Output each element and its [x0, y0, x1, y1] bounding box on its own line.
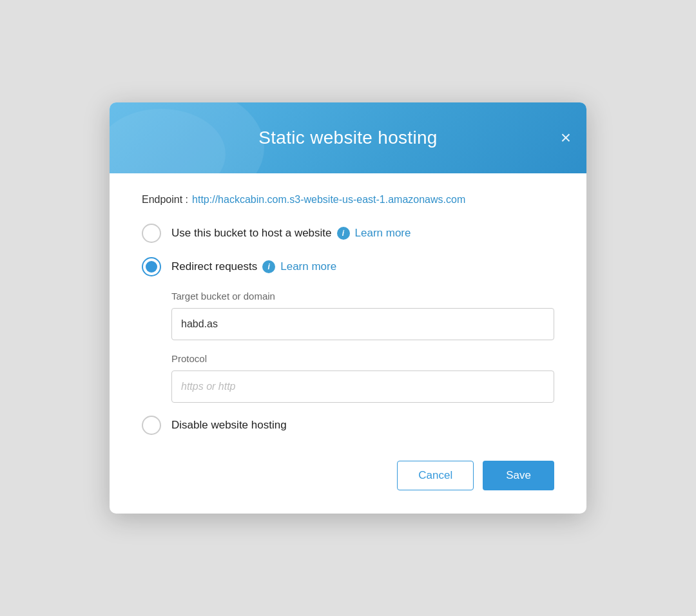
- option-text-disable: Disable website hosting: [171, 419, 287, 432]
- target-label: Target bucket or domain: [171, 291, 554, 302]
- endpoint-row: Endpoint : http://hackcabin.com.s3-websi…: [142, 194, 554, 206]
- close-button[interactable]: ×: [561, 129, 571, 147]
- option-row-disable: Disable website hosting: [142, 416, 554, 435]
- info-icon-redirect[interactable]: i: [262, 260, 275, 273]
- option-label-host: Use this bucket to host a website i Lear…: [171, 227, 411, 240]
- footer-row: Cancel Save: [142, 454, 554, 490]
- option-label-redirect: Redirect requests i Learn more: [171, 260, 336, 273]
- radio-host-website[interactable]: [142, 224, 161, 243]
- option-text-host: Use this bucket to host a website: [171, 227, 332, 240]
- modal-title: Static website hosting: [258, 128, 437, 148]
- learn-more-redirect[interactable]: Learn more: [280, 260, 336, 273]
- option-row-redirect: Redirect requests i Learn more: [142, 257, 554, 276]
- radio-redirect-requests[interactable]: [142, 257, 161, 276]
- modal-header: Static website hosting ×: [110, 102, 586, 173]
- learn-more-host[interactable]: Learn more: [355, 227, 411, 240]
- protocol-input[interactable]: [171, 371, 554, 403]
- endpoint-label: Endpoint :: [142, 194, 188, 206]
- protocol-section: Protocol: [171, 353, 554, 403]
- protocol-label: Protocol: [171, 353, 554, 364]
- target-bucket-section: Target bucket or domain: [171, 291, 554, 340]
- option-row-host: Use this bucket to host a website i Lear…: [142, 224, 554, 243]
- option-label-disable: Disable website hosting: [171, 419, 287, 432]
- radio-disable-hosting[interactable]: [142, 416, 161, 435]
- modal-container: Static website hosting × Endpoint : http…: [110, 102, 586, 514]
- target-bucket-input[interactable]: [171, 308, 554, 340]
- cancel-button[interactable]: Cancel: [397, 461, 474, 490]
- option-text-redirect: Redirect requests: [171, 260, 257, 273]
- modal-body: Endpoint : http://hackcabin.com.s3-websi…: [110, 173, 586, 514]
- save-button[interactable]: Save: [483, 461, 554, 490]
- info-icon-host[interactable]: i: [337, 227, 350, 240]
- endpoint-link[interactable]: http://hackcabin.com.s3-website-us-east-…: [192, 194, 465, 206]
